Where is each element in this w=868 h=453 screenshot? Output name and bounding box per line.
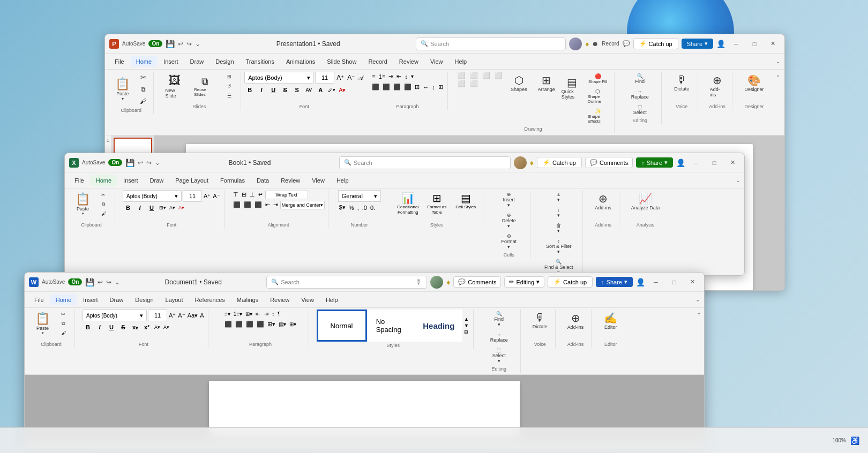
excel-sort-filter-btn[interactable]: ↕ Sort & Filter▾ xyxy=(542,237,576,256)
ppt-dictate-btn[interactable]: 🎙 Dictate xyxy=(670,72,693,94)
excel-analyze-data-btn[interactable]: 📈 Analyze Data xyxy=(627,190,664,213)
ppt-menu-draw[interactable]: Draw xyxy=(185,56,209,67)
word-style-normal-box[interactable]: Normal xyxy=(317,309,367,342)
word-close-btn[interactable]: ✕ xyxy=(685,276,700,288)
ppt-designer-btn[interactable]: 🎨 Designer xyxy=(740,72,768,94)
excel-wrap-text-btn[interactable]: Wrap Text xyxy=(265,191,308,199)
ppt-reuse-slides-btn[interactable]: ⧉ Reuse Slides xyxy=(190,74,220,99)
word-replace-btn[interactable]: ↔ Replace xyxy=(488,330,511,344)
word-pilcrow-btn[interactable]: ¶ xyxy=(276,310,281,318)
excel-autosave-toggle[interactable]: On xyxy=(108,159,122,166)
word-select-btn[interactable]: ⬚ Select▾ xyxy=(488,346,511,365)
excel-minimize-btn[interactable]: ─ xyxy=(689,157,704,169)
word-shading-btn[interactable]: ▤▾ xyxy=(278,320,287,328)
excel-font-selector[interactable]: Aptos (Body) ▾ xyxy=(123,190,182,202)
excel-shrink-font-btn[interactable]: A⁻ xyxy=(212,192,220,200)
ppt-shape2[interactable]: ⬜ xyxy=(468,72,480,79)
word-redo-icon[interactable]: ↪ xyxy=(106,278,111,286)
ppt-undo-icon[interactable]: ↩ xyxy=(178,40,183,48)
excel-close-btn[interactable]: ✕ xyxy=(725,157,740,169)
ppt-menu-transitions[interactable]: Transitions xyxy=(241,56,280,67)
excel-number-format-dropdown[interactable]: General ▾ xyxy=(338,190,381,202)
word-format-painter-btn[interactable]: 🖌 xyxy=(55,329,71,337)
excel-grow-font-btn[interactable]: A⁺ xyxy=(203,192,211,200)
ppt-shape1[interactable]: ⬜ xyxy=(455,72,467,79)
ppt-comment-icon[interactable]: 💬 xyxy=(623,40,630,47)
word-menu-references[interactable]: References xyxy=(190,295,230,305)
ppt-shape3[interactable]: ⬜ xyxy=(480,72,492,79)
ppt-numbering-btn[interactable]: 1≡ xyxy=(378,72,387,81)
word-styles-down-btn[interactable]: ▼ xyxy=(464,323,469,328)
word-style-no-spacing-box[interactable]: No Spacing xyxy=(368,309,415,342)
excel-format-table-btn[interactable]: ⊞ Format as Table xyxy=(423,190,451,216)
word-multilevel-btn[interactable]: ⊞▾ xyxy=(244,310,253,318)
excel-bold-btn[interactable]: B xyxy=(123,203,133,213)
ppt-grow-font-btn[interactable]: A⁺ xyxy=(335,73,345,82)
word-ribbon-collapse-btn[interactable]: ⌄ xyxy=(697,309,701,315)
ppt-font-selector[interactable]: Aptos (Body) ▾ xyxy=(244,72,314,84)
ppt-menu-file[interactable]: File xyxy=(109,56,130,67)
ppt-shadow-btn[interactable]: S xyxy=(291,85,302,95)
excel-fill-btn[interactable]: ↓▾ xyxy=(542,206,576,220)
excel-menu-draw[interactable]: Draw xyxy=(145,175,169,186)
word-menu-mailings[interactable]: Mailings xyxy=(231,295,264,305)
excel-percent-btn[interactable]: % xyxy=(348,203,355,212)
excel-menu-view[interactable]: View xyxy=(306,175,330,186)
word-grow-font-btn[interactable]: A⁺ xyxy=(168,312,176,320)
ppt-font-size[interactable]: 11 xyxy=(315,72,334,84)
excel-collapse-btn[interactable]: ⌄ xyxy=(736,177,740,183)
ppt-para-more-btn[interactable]: ▾ xyxy=(410,72,415,80)
ppt-menu-insert[interactable]: Insert xyxy=(158,56,184,67)
ppt-shape-fill-btn[interactable]: 🔴 Shape Fill xyxy=(585,72,611,86)
excel-comma-btn[interactable]: , xyxy=(356,203,360,212)
word-maximize-btn[interactable]: □ xyxy=(667,276,682,288)
excel-maximize-btn[interactable]: □ xyxy=(707,157,722,169)
excel-left-align-btn[interactable]: ⬛ xyxy=(232,200,242,209)
word-shrink-font-btn[interactable]: A⁻ xyxy=(177,312,185,320)
word-highlight-btn[interactable]: A▾ xyxy=(153,323,161,331)
ppt-menu-design[interactable]: Design xyxy=(210,56,239,67)
word-add-ins-btn[interactable]: ⊕ Add-ins xyxy=(563,309,588,332)
ppt-smartart-btn[interactable]: ⊞ xyxy=(437,82,444,92)
ppt-align-center-btn[interactable]: ⬛ xyxy=(381,82,391,92)
word-change-case-btn[interactable]: Aa▾ xyxy=(187,312,198,320)
ppt-increase-indent-btn[interactable]: ⇥ xyxy=(387,72,394,81)
excel-autosum-btn[interactable]: Σ▾ xyxy=(542,190,576,204)
word-justify-btn[interactable]: ⬛ xyxy=(256,320,265,329)
word-superscript-btn[interactable]: x² xyxy=(141,322,152,332)
excel-collab-icon[interactable]: 👤 xyxy=(676,158,685,167)
ppt-select-btn[interactable]: ⬚ Select xyxy=(628,103,652,117)
ppt-menu-review[interactable]: Review xyxy=(394,56,424,67)
excel-search-bar[interactable]: 🔍 Search xyxy=(339,156,511,169)
excel-merge-center-btn[interactable]: Merge and Center▾ xyxy=(280,201,325,209)
excel-menu-help[interactable]: Help xyxy=(331,175,354,186)
ppt-section-btn[interactable]: ☰ xyxy=(221,92,237,100)
word-collab-icon[interactable]: 👤 xyxy=(636,278,645,286)
excel-indent-dec-btn[interactable]: ⇤ xyxy=(264,200,271,209)
word-indent-inc-btn[interactable]: ⇥ xyxy=(263,309,270,319)
ppt-italic-btn[interactable]: I xyxy=(256,85,267,95)
excel-menu-review[interactable]: Review xyxy=(275,175,305,186)
ppt-avatar[interactable] xyxy=(569,37,582,50)
excel-align-bottom-btn[interactable]: ⊥ xyxy=(249,190,256,199)
excel-right-align-btn[interactable]: ⬛ xyxy=(253,200,263,209)
excel-menu-pagelayout[interactable]: Page Layout xyxy=(170,175,214,186)
word-center-align-btn[interactable]: ⬛ xyxy=(234,320,244,329)
word-save-icon[interactable]: 💾 xyxy=(85,278,94,286)
word-more-icon[interactable]: ⌄ xyxy=(115,278,120,286)
taskbar-accessibility-icon[interactable]: ♿ xyxy=(850,436,859,445)
excel-wrap-text-area[interactable]: ↵ xyxy=(257,190,264,199)
word-paste-btn[interactable]: 📋 Paste ▾ xyxy=(31,309,54,337)
word-right-align-btn[interactable]: ⬛ xyxy=(245,320,255,329)
ppt-menu-slideshow[interactable]: Slide Show xyxy=(321,56,362,67)
excel-insert-btn[interactable]: ⊕ Insert▾ xyxy=(498,190,519,209)
excel-font-color-btn[interactable]: A▾ xyxy=(177,204,185,212)
excel-underline-btn[interactable]: U xyxy=(146,203,157,213)
ppt-text-dir-btn[interactable]: ↔ xyxy=(422,83,430,92)
ppt-more-icon[interactable]: ⌄ xyxy=(195,40,200,48)
ppt-share-btn[interactable]: Share ▾ xyxy=(682,39,713,49)
ppt-spacing-btn[interactable]: AV xyxy=(303,85,314,95)
ppt-shape-effects-btn[interactable]: ✨ Shape Effects xyxy=(585,107,611,125)
ppt-bold-btn[interactable]: B xyxy=(244,85,255,95)
excel-avatar[interactable] xyxy=(514,156,527,169)
